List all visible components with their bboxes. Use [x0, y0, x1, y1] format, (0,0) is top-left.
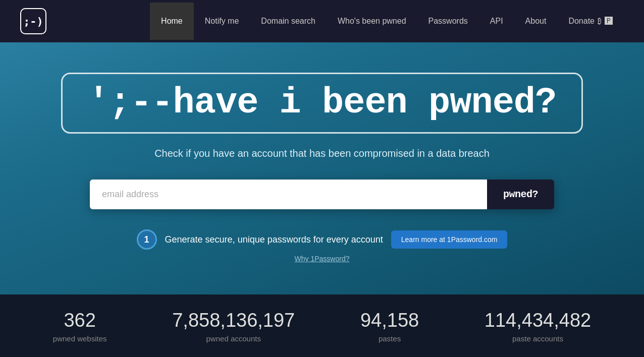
nav-item-about[interactable]: About	[514, 3, 558, 40]
main-nav: ;-) Home Notify me Domain search Who's b…	[0, 0, 644, 42]
paste-accounts-number: 114,434,482	[485, 310, 591, 331]
bitcoin-icon: ₿	[598, 17, 602, 26]
hero-section: ';--have i been pwned? Check if you have…	[0, 42, 644, 294]
donate-link[interactable]: Donate ₿ 🅿	[557, 3, 624, 40]
hero-title-box: ';--have i been pwned?	[61, 73, 583, 134]
pwned-accounts-label: pwned accounts	[206, 334, 261, 343]
nav-link-api[interactable]: API	[479, 3, 514, 40]
site-title: ';--have i been pwned?	[88, 83, 557, 123]
nav-item-api[interactable]: API	[479, 3, 514, 40]
stat-pwned-websites: 362 pwned websites	[53, 310, 107, 343]
paste-accounts-label: paste accounts	[512, 334, 563, 343]
stat-pwned-accounts: 7,858,136,197 pwned accounts	[172, 310, 295, 343]
pwned-accounts-number: 7,858,136,197	[172, 310, 295, 331]
logo-text: ;-)	[23, 15, 43, 28]
onepassword-promo: 1 Generate secure, unique passwords for …	[137, 229, 508, 250]
nav-link-whos-been-pwned[interactable]: Who's been pwned	[327, 3, 417, 40]
pwned-websites-label: pwned websites	[53, 334, 107, 343]
pastes-number: 94,158	[360, 310, 419, 331]
nav-link-passwords[interactable]: Passwords	[417, 3, 479, 40]
paypal-icon: 🅿	[605, 17, 613, 26]
nav-item-home[interactable]: Home	[150, 3, 194, 40]
onepassword-promo-text: Generate secure, unique passwords for ev…	[165, 234, 383, 245]
nav-link-about[interactable]: About	[514, 3, 558, 40]
search-bar: pwned?	[90, 180, 554, 209]
nav-item-domain-search[interactable]: Domain search	[250, 3, 327, 40]
nav-donate[interactable]: Donate ₿ 🅿	[557, 3, 624, 40]
onepassword-icon: 1	[137, 229, 157, 250]
site-logo[interactable]: ;-)	[20, 8, 46, 34]
nav-links: Home Notify me Domain search Who's been …	[150, 3, 557, 40]
nav-item-passwords[interactable]: Passwords	[417, 3, 479, 40]
nav-item-whos-been-pwned[interactable]: Who's been pwned	[327, 3, 417, 40]
nav-link-notify-me[interactable]: Notify me	[194, 3, 250, 40]
email-input[interactable]	[90, 180, 487, 209]
nav-link-home[interactable]: Home	[150, 3, 194, 40]
onepassword-why-link[interactable]: Why 1Password?	[295, 255, 350, 263]
stat-pastes: 94,158 pastes	[360, 310, 419, 343]
stat-paste-accounts: 114,434,482 paste accounts	[485, 310, 591, 343]
stats-bar: 362 pwned websites 7,858,136,197 pwned a…	[0, 294, 644, 357]
donate-label: Donate	[568, 17, 595, 26]
hero-subtitle: Check if you have an account that has be…	[154, 148, 490, 159]
onepassword-learn-more-button[interactable]: Learn more at 1Password.com	[391, 230, 508, 249]
pwned-button[interactable]: pwned?	[487, 180, 554, 209]
pastes-label: pastes	[379, 334, 401, 343]
onepassword-icon-text: 1	[144, 234, 149, 245]
pwned-websites-number: 362	[53, 310, 107, 331]
nav-item-notify-me[interactable]: Notify me	[194, 3, 250, 40]
nav-link-domain-search[interactable]: Domain search	[250, 3, 327, 40]
